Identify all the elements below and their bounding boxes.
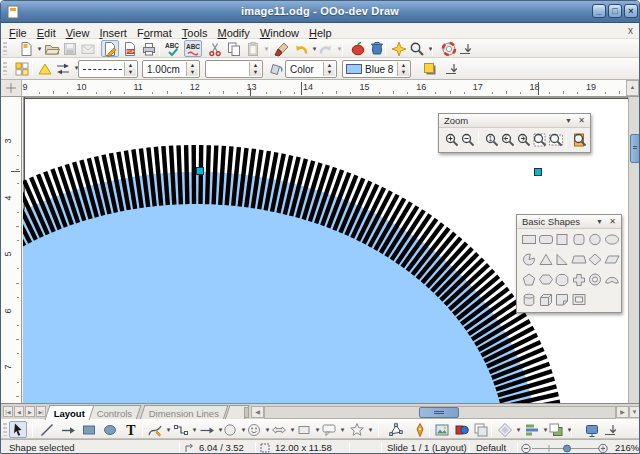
first-layer-button[interactable]: |◀ (3, 406, 13, 417)
status-zoom-percent[interactable]: 216% (615, 442, 639, 454)
effects-dropdown-arrow[interactable]: ▾ (514, 421, 523, 438)
undo-button[interactable] (292, 40, 310, 57)
select-button[interactable] (9, 421, 27, 438)
horizontal-scrollbar-thumb[interactable] (419, 407, 459, 418)
interaction-button[interactable] (583, 421, 601, 438)
copy-button[interactable] (225, 40, 243, 57)
glue-points-button[interactable] (411, 421, 429, 438)
close-icon[interactable]: ✕ (609, 217, 616, 226)
edit-file-button[interactable] (101, 40, 119, 57)
callouts-button[interactable] (320, 421, 338, 438)
spellcheck-button[interactable]: ABC (164, 40, 182, 57)
shape-ring-button[interactable] (587, 272, 604, 288)
toolbar-grip[interactable] (3, 423, 7, 436)
zoom-in-button[interactable] (444, 132, 461, 148)
line-color-combo[interactable]: ▲▼ (205, 60, 263, 78)
next-layer-button[interactable]: ▶ (25, 406, 35, 417)
fill-color-combo[interactable]: Blue 8▲▼ (342, 60, 411, 78)
title-bar[interactable]: image11.odg - OOo-dev Draw _ □ × (1, 1, 639, 23)
effects-button[interactable] (496, 421, 514, 438)
shape-parallelogram-button[interactable] (604, 252, 621, 268)
lines-arrows-button[interactable] (198, 421, 216, 438)
line-width-combo[interactable]: 1.00cm▲▼ (142, 60, 200, 78)
arrow-style-button[interactable] (54, 60, 72, 77)
area-style-combo[interactable]: Color▲▼ (285, 60, 337, 78)
chevron-down-icon[interactable]: ▼ (596, 218, 603, 225)
connector-button[interactable] (172, 421, 190, 438)
shape-cross-button[interactable] (571, 272, 588, 288)
stars-button[interactable] (348, 421, 366, 438)
shape-frame-button[interactable] (571, 292, 588, 308)
shape-circle-pie-button[interactable] (521, 252, 538, 268)
document-as-email-button[interactable] (79, 40, 97, 57)
scroll-left-button[interactable]: ◀ (251, 406, 264, 418)
shape-rounded-square-button[interactable] (571, 232, 588, 248)
shape-isosceles-triangle-button[interactable] (538, 252, 555, 268)
line-dialog-button[interactable] (36, 60, 54, 77)
block-arrows-button[interactable] (270, 421, 288, 438)
horizontal-scrollbar[interactable] (264, 406, 616, 419)
clone-button[interactable] (472, 421, 490, 438)
scroll-right-button[interactable]: ▶ (616, 406, 629, 418)
toolbar-grip[interactable] (3, 62, 7, 75)
paste-button[interactable] (244, 40, 262, 57)
shadow-button[interactable] (421, 60, 439, 77)
close-icon[interactable]: ✕ (578, 116, 585, 125)
close-button[interactable]: × (624, 4, 638, 18)
zoom-page-width-button[interactable] (548, 132, 565, 148)
format-paintbrush-button[interactable] (273, 40, 291, 57)
status-style[interactable]: Default (476, 442, 506, 454)
overflow-button[interactable] (601, 421, 619, 438)
arrow-button[interactable] (59, 421, 77, 438)
export-pdf-button[interactable]: PDF (121, 40, 139, 57)
scroll-up-button[interactable]: ▲ (626, 80, 639, 96)
line-button[interactable] (38, 421, 56, 438)
tab-controls[interactable]: Controls (87, 405, 141, 420)
chart-button[interactable] (349, 40, 367, 57)
vertical-scrollbar-thumb[interactable] (630, 134, 640, 163)
selection-handle[interactable] (197, 168, 204, 175)
tab-layout[interactable]: Layout (45, 405, 95, 420)
zoom-slider[interactable] (521, 443, 609, 454)
zoom-dropdown-arrow[interactable]: ▾ (426, 40, 435, 57)
previous-layer-button[interactable]: ◀ (14, 406, 24, 417)
points-button[interactable] (387, 421, 405, 438)
vertical-ruler[interactable]: 34567 (1, 97, 22, 403)
close-document-icon[interactable]: x (628, 25, 633, 36)
selection-handle[interactable] (535, 169, 542, 176)
horizontal-ruler[interactable]: 910111213141516171819 ▲ (1, 80, 639, 97)
shape-rounded-rectangle-button[interactable] (538, 232, 555, 248)
arrange-button[interactable] (547, 421, 565, 438)
shape-hexagon-button[interactable] (538, 272, 555, 288)
zoom-next-button[interactable] (516, 132, 533, 148)
new-document-button[interactable] (17, 40, 35, 57)
styles-window-button[interactable] (13, 60, 31, 77)
auto-spellcheck-button[interactable]: ABC (184, 40, 202, 57)
shape-cylinder-button[interactable] (521, 292, 538, 308)
callouts-dropdown-arrow[interactable]: ▾ (338, 421, 347, 438)
text-button[interactable]: T (122, 421, 140, 438)
zoom-button[interactable] (408, 40, 426, 57)
symbol-shapes-button[interactable] (245, 421, 263, 438)
shape-trapezoid-button[interactable] (571, 252, 588, 268)
overflow-button[interactable] (456, 40, 474, 57)
zoom-object-button[interactable] (572, 132, 589, 148)
basic-shapes-button[interactable] (221, 421, 239, 438)
shape-ellipse-button[interactable] (604, 232, 621, 248)
gallery2-button[interactable] (453, 421, 471, 438)
rectangle-button[interactable] (80, 421, 98, 438)
shape-octagon-button[interactable] (554, 272, 571, 288)
maximize-button[interactable]: □ (608, 4, 622, 18)
alignment-button[interactable] (523, 421, 541, 438)
zoom-palette-titlebar[interactable]: Zoom ▼ ✕ (439, 114, 590, 128)
zoom-100-button[interactable]: 1 (484, 132, 501, 148)
tab-dimension-lines[interactable]: Dimension Lines (140, 405, 229, 420)
flowchart-button[interactable] (295, 421, 313, 438)
scrollbar-splitter[interactable] (244, 407, 249, 418)
shape-diamond-button[interactable] (587, 252, 604, 268)
cut-button[interactable] (206, 40, 224, 57)
curve-button[interactable] (146, 421, 164, 438)
zoom-previous-button[interactable] (500, 132, 517, 148)
shape-square-button[interactable] (554, 232, 571, 248)
area-dialog-button[interactable] (267, 60, 285, 77)
